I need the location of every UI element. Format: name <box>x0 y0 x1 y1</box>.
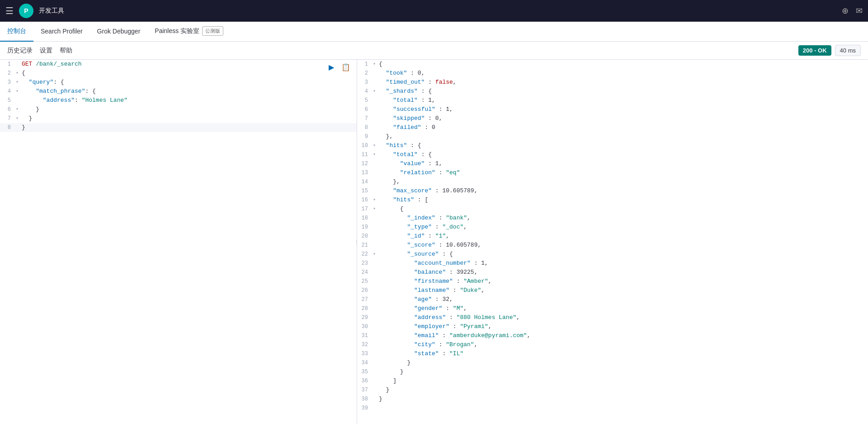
response-line: 32 "city" : "Brogan", <box>357 340 868 349</box>
run-button[interactable]: ▶ <box>326 62 337 72</box>
response-panel: 1▾{2 "took" : 0,3 "timed_out" : false,4▾… <box>357 60 868 424</box>
line-content: "failed" : 0 <box>377 123 868 132</box>
tab-grok-debugger[interactable]: Grok Debugger <box>90 22 148 42</box>
line-number: 13 <box>357 168 372 177</box>
line-number: 21 <box>357 241 372 250</box>
line-number: 30 <box>357 322 372 331</box>
response-line: 27 "age" : 32, <box>357 295 868 304</box>
editor-line: 3▾ "query": { <box>0 78 357 87</box>
line-number: 7 <box>0 114 14 123</box>
line-number: 2 <box>0 69 14 78</box>
app-logo[interactable]: P <box>19 4 33 18</box>
line-number: 3 <box>0 78 14 87</box>
line-content: "address": "Holmes Lane" <box>20 96 357 105</box>
main-content: ▶ 📋 1GET /bank/_search2▾{3▾ "query": {4▾… <box>0 60 868 424</box>
tab-painless-lab[interactable]: Painless 实验室 公测版 <box>147 22 231 42</box>
time-badge: 40 ms <box>835 45 861 56</box>
line-number: 20 <box>357 232 372 241</box>
toolbar-settings[interactable]: 设置 <box>40 47 52 55</box>
response-line: 20 "_id" : "1", <box>357 232 868 241</box>
line-number: 19 <box>357 223 372 232</box>
fold-gutter[interactable]: ▾ <box>372 87 377 96</box>
tab-painless-lab-badge: 公测版 <box>202 26 223 36</box>
line-content: "_index" : "bank", <box>377 214 868 223</box>
fold-gutter[interactable]: ▾ <box>14 87 20 96</box>
line-content: "_score" : 10.605789, <box>377 241 868 250</box>
response-line: 26 "lastname" : "Duke", <box>357 286 868 295</box>
fold-gutter[interactable]: ▾ <box>372 205 377 214</box>
response-line: 35 } <box>357 367 868 376</box>
line-number: 6 <box>0 105 14 114</box>
line-number: 1 <box>357 60 372 69</box>
editor-panel: ▶ 📋 1GET /bank/_search2▾{3▾ "query": {4▾… <box>0 60 357 424</box>
line-number: 34 <box>357 358 372 367</box>
line-content: } <box>377 395 868 404</box>
line-content: { <box>377 205 868 214</box>
response-line: 2 "took" : 0, <box>357 69 868 78</box>
hamburger-icon[interactable]: ☰ <box>5 5 14 16</box>
fold-gutter[interactable]: ▾ <box>372 60 377 69</box>
mail-icon[interactable]: ✉ <box>856 6 863 16</box>
tab-console[interactable]: 控制台 <box>0 22 33 42</box>
line-content: "query": { <box>20 78 357 87</box>
response-line: 5 "total" : 1, <box>357 96 868 105</box>
response-line: 33 "state" : "IL" <box>357 349 868 358</box>
line-number: 8 <box>0 123 14 132</box>
line-content: "match_phrase": { <box>20 87 357 96</box>
toolbar-history[interactable]: 历史记录 <box>7 47 33 55</box>
line-content: } <box>377 386 868 395</box>
fold-gutter[interactable]: ▾ <box>14 78 20 87</box>
line-number: 33 <box>357 349 372 358</box>
line-number: 16 <box>357 195 372 205</box>
line-content: "_source" : { <box>377 250 868 259</box>
response-line: 12 "value" : 1, <box>357 159 868 168</box>
fold-gutter[interactable]: ▾ <box>372 150 377 159</box>
response-line: 38} <box>357 395 868 404</box>
line-number: 38 <box>357 395 372 404</box>
fold-gutter[interactable]: ▾ <box>14 114 20 123</box>
line-content: "hits" : [ <box>377 195 868 205</box>
line-number: 26 <box>357 286 372 295</box>
line-content: "gender" : "M", <box>377 304 868 313</box>
fold-gutter[interactable]: ▾ <box>372 141 377 150</box>
line-content: "employer" : "Pyrami", <box>377 322 868 331</box>
fold-gutter[interactable]: ▾ <box>372 250 377 259</box>
line-content: "total" : { <box>377 150 868 159</box>
line-content: } <box>377 367 868 376</box>
fold-gutter[interactable]: ▾ <box>14 105 20 114</box>
response-line: 34 } <box>357 358 868 367</box>
logo-letter: P <box>24 7 28 14</box>
line-number: 1 <box>0 60 14 69</box>
line-content: "total" : 1, <box>377 96 868 105</box>
line-number: 5 <box>0 96 14 105</box>
globe-icon[interactable]: ⊕ <box>842 6 849 16</box>
fold-gutter[interactable]: ▾ <box>372 195 377 205</box>
line-number: 18 <box>357 214 372 223</box>
fold-gutter[interactable]: ▾ <box>14 69 20 78</box>
response-code: 1▾{2 "took" : 0,3 "timed_out" : false,4▾… <box>357 60 868 424</box>
line-content: "state" : "IL" <box>377 349 868 358</box>
response-line: 9 }, <box>357 132 868 141</box>
toolbar-help[interactable]: 帮助 <box>60 47 72 55</box>
response-line: 1▾{ <box>357 60 868 69</box>
tab-search-profiler-label: Search Profiler <box>41 28 83 35</box>
response-line: 14 }, <box>357 177 868 186</box>
divider-handle[interactable]: ⋮ <box>354 233 357 251</box>
line-content: "max_score" : 10.605789, <box>377 186 868 195</box>
line-content: "successful" : 1, <box>377 105 868 114</box>
line-content: GET /bank/_search <box>20 60 357 69</box>
line-content: }, <box>377 177 868 186</box>
response-line: 7 "skipped" : 0, <box>357 114 868 123</box>
app-name: 开发工具 <box>39 7 64 15</box>
top-bar: ☰ P 开发工具 ⊕ ✉ <box>0 0 868 22</box>
line-number: 9 <box>357 132 372 141</box>
line-number: 29 <box>357 313 372 322</box>
response-line: 31 "email" : "amberduke@pyrami.com", <box>357 331 868 340</box>
line-content: ] <box>377 376 868 386</box>
response-line: 10▾ "hits" : { <box>357 141 868 150</box>
copy-as-curl-button[interactable]: 📋 <box>340 62 351 72</box>
line-number: 37 <box>357 386 372 395</box>
tab-search-profiler[interactable]: Search Profiler <box>33 22 90 42</box>
line-content: } <box>20 123 357 132</box>
top-bar-right: ⊕ ✉ <box>842 6 863 16</box>
